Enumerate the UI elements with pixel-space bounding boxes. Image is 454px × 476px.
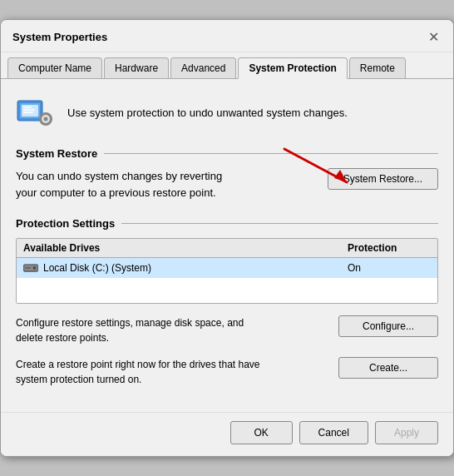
tab-remote[interactable]: Remote: [349, 57, 406, 78]
svg-rect-9: [45, 112, 47, 115]
drive-cell: Local Disk (C:) (System): [23, 262, 348, 274]
tab-advanced[interactable]: Advanced: [170, 57, 236, 78]
protection-settings-title: Protection Settings: [16, 217, 115, 230]
table-header: Available Drives Protection: [17, 239, 437, 258]
ok-button[interactable]: OK: [230, 421, 293, 444]
close-button[interactable]: ✕: [423, 27, 443, 47]
svg-rect-5: [23, 112, 33, 113]
create-text: Create a restore point right now for the…: [16, 357, 265, 387]
restore-button-area: System Restore...: [328, 168, 438, 190]
protection-settings-section: Protection Settings Available Drives Pro…: [16, 217, 438, 304]
section-divider-2: [121, 223, 438, 224]
restore-row: You can undo system changes by reverting…: [16, 168, 438, 201]
drive-name: Local Disk (C:) (System): [43, 262, 151, 274]
svg-point-8: [44, 117, 48, 121]
footer: OK Cancel Apply: [1, 412, 453, 456]
protection-settings-header: Protection Settings: [16, 217, 438, 230]
cancel-button[interactable]: Cancel: [299, 421, 368, 444]
system-protection-icon: [16, 92, 56, 132]
tab-computer-name[interactable]: Computer Name: [7, 57, 102, 78]
system-properties-window: System Properties ✕ Computer Name Hardwa…: [0, 19, 454, 457]
title-bar: System Properties ✕: [1, 20, 453, 52]
col-header-drives: Available Drives: [23, 242, 348, 254]
window-title: System Properties: [12, 31, 107, 43]
configure-row: Configure restore settings, manage disk …: [16, 315, 438, 345]
table-row[interactable]: Local Disk (C:) (System) On: [17, 258, 437, 278]
protection-table: Available Drives Protection Local D: [16, 238, 438, 304]
apply-button[interactable]: Apply: [375, 421, 438, 444]
restore-description: You can undo system changes by reverting…: [16, 168, 232, 201]
tab-hardware[interactable]: Hardware: [104, 57, 169, 78]
system-restore-title: System Restore: [16, 147, 97, 160]
col-header-protection: Protection: [348, 242, 431, 254]
system-restore-header: System Restore: [16, 147, 438, 160]
system-restore-button[interactable]: System Restore...: [328, 168, 438, 190]
section-divider: [104, 153, 438, 154]
info-text: Use system protection to undo unwanted s…: [67, 107, 348, 119]
drive-icon: [23, 262, 38, 274]
svg-rect-10: [45, 123, 47, 126]
svg-point-18: [34, 267, 36, 269]
configure-text: Configure restore settings, manage disk …: [16, 315, 265, 345]
configure-button[interactable]: Configure...: [338, 315, 438, 337]
svg-rect-3: [23, 107, 32, 108]
table-empty-space: [17, 278, 437, 303]
svg-rect-19: [25, 267, 31, 268]
protection-status: On: [348, 262, 431, 274]
create-button[interactable]: Create...: [338, 357, 438, 379]
create-row: Create a restore point right now for the…: [16, 357, 438, 387]
info-row: Use system protection to undo unwanted s…: [16, 92, 438, 132]
svg-rect-4: [23, 109, 35, 111]
svg-rect-11: [39, 118, 42, 120]
tab-bar: Computer Name Hardware Advanced System P…: [1, 52, 453, 79]
main-content: Use system protection to undo unwanted s…: [1, 79, 453, 412]
svg-rect-12: [50, 118, 52, 120]
tab-system-protection[interactable]: System Protection: [238, 57, 347, 79]
